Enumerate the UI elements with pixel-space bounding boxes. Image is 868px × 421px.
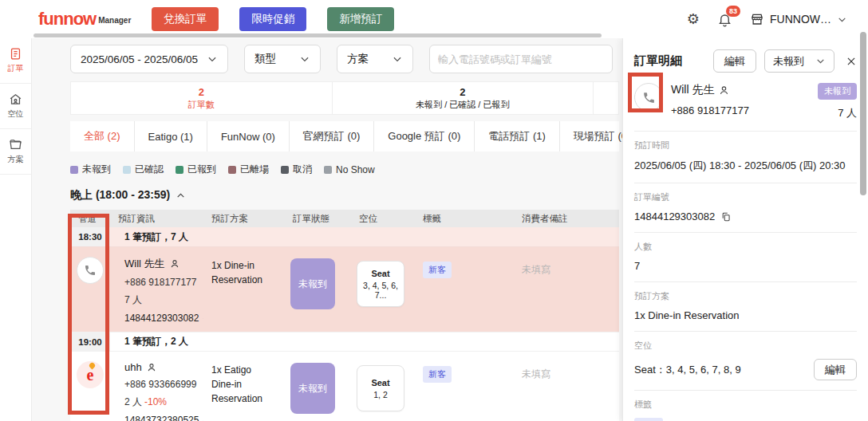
new-customer-tag: 新客: [423, 262, 452, 278]
seat-card: Seat 1, 2: [357, 365, 404, 411]
panel-header: 訂單明細 編輯 未報到: [634, 49, 857, 73]
col-header-note: 消費者備註: [514, 213, 619, 225]
col-header-channel: 管道: [70, 213, 110, 225]
col-header-booking-info: 預訂資訊: [110, 213, 203, 225]
account-name: FUNNOW…: [770, 13, 831, 26]
plan-cell: 1x Dine-in Reservation: [203, 257, 285, 324]
stats-bar: 2 訂單數 2 未報到 / 已確認 / 已報到: [70, 81, 619, 115]
tab-google[interactable]: Google 預訂 (0): [374, 121, 475, 151]
channel-cell: e: [70, 361, 110, 421]
type-select[interactable]: 類型: [244, 45, 321, 73]
panel-title: 訂單明細: [634, 53, 682, 69]
tab-phone[interactable]: 電話預訂 (1): [475, 121, 560, 151]
channel-tabs: 全部 (2) Eatigo (1) FunNow (0) 官網預訂 (0) Go…: [70, 121, 619, 151]
type-select-label: 類型: [254, 52, 276, 66]
legend-no-show-purple: 未報到: [70, 163, 111, 176]
date-range-select[interactable]: 2025/06/05 - 2025/06/05: [70, 45, 228, 73]
status-badge: 未報到: [290, 258, 335, 309]
consumer-note-cell: 未填寫: [514, 263, 619, 324]
stat-order-count-value: 2: [199, 86, 204, 98]
status-dropdown[interactable]: 未報到: [764, 49, 834, 73]
legend-checked-in: 已報到: [176, 163, 216, 176]
field-label: 預訂時間: [634, 140, 857, 151]
close-panel-icon[interactable]: [846, 56, 857, 67]
funnow-logo[interactable]: funnow Manager: [38, 10, 131, 29]
legend-label: 已報到: [187, 163, 216, 176]
tab-website[interactable]: 官網預訂 (0): [290, 121, 375, 151]
edit-seat-button[interactable]: 編輯: [814, 359, 857, 380]
legend-label: 已確認: [135, 163, 164, 176]
logo-suffix: Manager: [98, 16, 131, 25]
field-order-number: 訂單編號 14844129303082: [634, 183, 857, 233]
close-icon: [846, 56, 857, 67]
redeem-order-button[interactable]: 兌換訂單: [152, 7, 219, 31]
plan-select[interactable]: 方案: [337, 45, 413, 73]
table-row[interactable]: e uhh +886 933666999 2 人-10% 14843732380…: [70, 352, 619, 421]
col-header-seat: 空位: [351, 213, 415, 225]
col-header-status: 訂單狀態: [285, 213, 351, 225]
eatigo-channel-icon: e: [77, 361, 104, 388]
field-value: 7: [634, 260, 857, 272]
legend-swatch: [123, 166, 131, 174]
seat-card: Seat 3, 4, 5, 6, 7...: [357, 261, 404, 307]
tab-eatigo[interactable]: Eatigo (1): [135, 121, 207, 151]
sidebar-item-orders[interactable]: 訂單: [0, 38, 31, 84]
status-cell: 未報到: [285, 361, 351, 421]
tab-walkin[interactable]: 現場預訂 (0): [560, 121, 622, 151]
plan-cell: 1x Eatigo Dine-in Reservation: [203, 361, 285, 421]
chevron-down-icon: [837, 14, 847, 25]
notifications-bell-icon[interactable]: 83: [717, 12, 732, 27]
field-label: 預訂方案: [634, 290, 857, 302]
field-value: 2025/06/05 (四) 18:30 - 2025/06/05 (四) 20…: [634, 159, 857, 173]
table-row[interactable]: Will 先生 +886 918177177 7 人 1484412930308…: [70, 247, 619, 332]
sidebar-item-seats[interactable]: 空位: [0, 84, 31, 129]
legend-swatch: [70, 166, 78, 174]
field-tags: 標籤 新客: [634, 391, 857, 421]
chevron-down-icon: [815, 56, 826, 66]
guest-phone: +886 933666999: [124, 379, 203, 390]
panel-guest-phone: +886 918177177: [671, 104, 749, 116]
chevron-up-icon: [176, 191, 186, 201]
vertical-scrollbar[interactable]: [860, 32, 866, 195]
field-seat: 空位 Seat：3, 4, 5, 6, 7, 8, 9 編輯: [634, 332, 857, 391]
sidebar-label-orders: 訂單: [8, 63, 24, 74]
legend-label: 未報到: [82, 163, 111, 176]
legend-label: 取消: [293, 163, 312, 176]
seat-card-title: Seat: [371, 269, 389, 278]
field-label: 空位: [634, 340, 857, 352]
sidebar-item-plans[interactable]: 方案: [0, 129, 31, 175]
order-number: 14844129303082: [124, 313, 199, 324]
time-section-header[interactable]: 晚上 (18:00 - 23:59): [70, 188, 622, 203]
stat-status-count: 2 未報到 / 已確認 / 已報到: [332, 82, 594, 114]
legend-swatch: [176, 166, 183, 174]
account-menu[interactable]: FUNNOW…: [750, 12, 847, 26]
group-time: 18:30: [70, 227, 110, 246]
reservations-table: 管道 預訂資訊 預訂方案 訂單狀態 空位 標籤 消費者備註 18:30 1 筆預…: [70, 210, 619, 421]
seat-card-title: Seat: [371, 378, 389, 388]
order-number: 14843732380525: [124, 415, 199, 421]
party-size: 7 人: [124, 293, 203, 307]
chevron-down-icon: [392, 53, 403, 65]
status-badge: 未報到: [290, 363, 335, 414]
new-customer-tag: 新客: [634, 418, 663, 421]
copy-icon[interactable]: [720, 211, 732, 222]
field-plan: 預訂方案 1x Dine-in Reservation: [634, 282, 857, 332]
guest-phone: +886 918177177: [124, 277, 203, 288]
flash-promo-button[interactable]: 限時促銷: [239, 7, 306, 31]
party-size: 2 人: [124, 396, 142, 407]
person-icon: [146, 362, 157, 373]
tab-all[interactable]: 全部 (2): [70, 121, 135, 151]
new-reservation-button[interactable]: 新增預訂: [327, 7, 394, 31]
stats-divider: [593, 82, 618, 114]
seats-house-icon: [9, 92, 22, 106]
field-label: 標籤: [634, 399, 857, 411]
booking-info-cell: Will 先生 +886 918177177 7 人 1484412930308…: [110, 257, 203, 324]
settings-gear-icon[interactable]: ⚙: [687, 12, 700, 26]
guest-name: Will 先生: [124, 257, 165, 271]
field-booking-time: 預訂時間 2025/06/05 (四) 18:30 - 2025/06/05 (…: [634, 132, 857, 183]
horizontal-scrollbar[interactable]: [34, 33, 602, 37]
search-input[interactable]: [429, 45, 613, 73]
edit-order-button[interactable]: 編輯: [713, 49, 756, 73]
discount-label: -10%: [144, 396, 167, 407]
tab-funnow[interactable]: FunNow (0): [207, 121, 290, 151]
